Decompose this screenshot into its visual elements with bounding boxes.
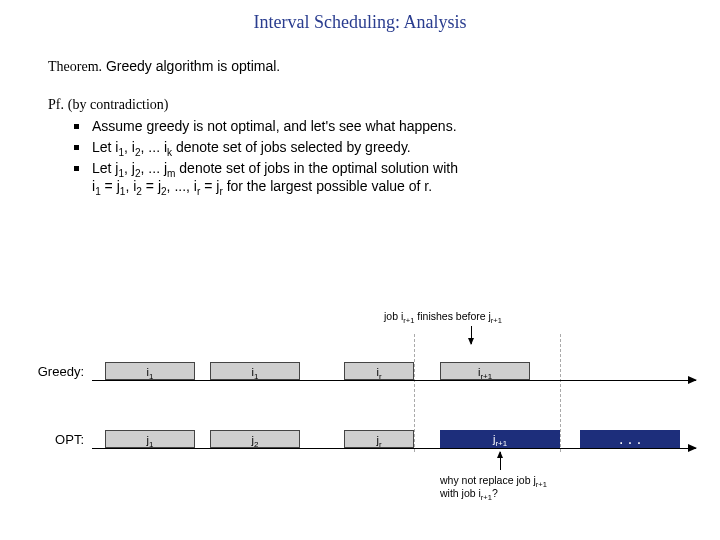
t: ? (492, 487, 498, 499)
proof-block: Pf. (by contradiction) Assume greedy is … (48, 95, 672, 196)
s: r+1 (403, 316, 414, 325)
t: with job i (440, 487, 481, 499)
t: why not replace job j (440, 474, 536, 486)
s: r+1 (495, 439, 507, 448)
body: Theorem. Greedy algorithm is optimal. Pf… (48, 57, 672, 196)
t: = j (101, 178, 120, 194)
bullet-3: Let j1, j2, ... jm denote set of jobs in… (74, 159, 672, 197)
t: denote set of jobs selected by greedy. (172, 139, 411, 155)
s: 1 (149, 440, 153, 449)
t: Let j (92, 160, 118, 176)
s: 2 (254, 440, 258, 449)
t: , ... j (141, 160, 167, 176)
arrow-down-icon (471, 326, 472, 344)
t: finishes before j (414, 310, 490, 322)
s: r+1 (491, 316, 502, 325)
bar-opt-2: j2 (210, 430, 300, 448)
t: denote set of jobs in the optimal soluti… (175, 160, 458, 176)
t: for the largest possible value of r. (223, 178, 432, 194)
t: , ... i (141, 139, 167, 155)
pf-label: Pf. (48, 97, 64, 112)
s: r+1 (481, 493, 492, 502)
bar-opt-1: j1 (105, 430, 195, 448)
s: r (379, 372, 382, 381)
s: 1 (254, 372, 258, 381)
t: , i (125, 178, 136, 194)
bar-greedy-2: i1 (210, 362, 300, 380)
t: = j (142, 178, 161, 194)
arrow-up-icon (500, 452, 501, 470)
note-bottom: why not replace job jr+1 with job ir+1? (440, 474, 547, 499)
pf-method: (by contradiction) (68, 97, 169, 112)
bar-opt-ellipsis: . . . (580, 430, 680, 448)
bullet-2: Let i1, i2, ... ik denote set of jobs se… (74, 138, 672, 157)
s: 1 (149, 372, 153, 381)
diagram: job ir+1 finishes before jr+1 Greedy: i1… (0, 320, 720, 530)
t: Let i (92, 139, 118, 155)
s: r+1 (480, 372, 492, 381)
t: = j (200, 178, 219, 194)
row-label-greedy: Greedy: (0, 364, 84, 379)
bar-greedy-1: i1 (105, 362, 195, 380)
axis-greedy (92, 380, 696, 381)
proof-bullets: Assume greedy is not optimal, and let's … (74, 117, 672, 197)
bar-opt-rp1: jr+1 (440, 430, 560, 448)
bar-opt-r: jr (344, 430, 414, 448)
t: job i (384, 310, 403, 322)
theorem-label: Theorem. (48, 59, 102, 74)
theorem-text: Greedy algorithm is optimal. (106, 58, 280, 74)
t: , j (124, 160, 135, 176)
row-label-opt: OPT: (0, 432, 84, 447)
guide-line (560, 334, 561, 452)
slide-title: Interval Scheduling: Analysis (0, 12, 720, 33)
axis-opt (92, 448, 696, 449)
guide-line (414, 334, 415, 452)
s: r (379, 440, 382, 449)
ellipsis-text: . . . (619, 430, 641, 447)
bar-greedy-r: ir (344, 362, 414, 380)
bar-greedy-rp1: ir+1 (440, 362, 530, 380)
s: r+1 (536, 480, 547, 489)
t: , ..., i (167, 178, 197, 194)
bullet-1: Assume greedy is not optimal, and let's … (74, 117, 672, 136)
t: , i (124, 139, 135, 155)
theorem-line: Theorem. Greedy algorithm is optimal. (48, 57, 672, 77)
note-top: job ir+1 finishes before jr+1 (384, 310, 502, 323)
